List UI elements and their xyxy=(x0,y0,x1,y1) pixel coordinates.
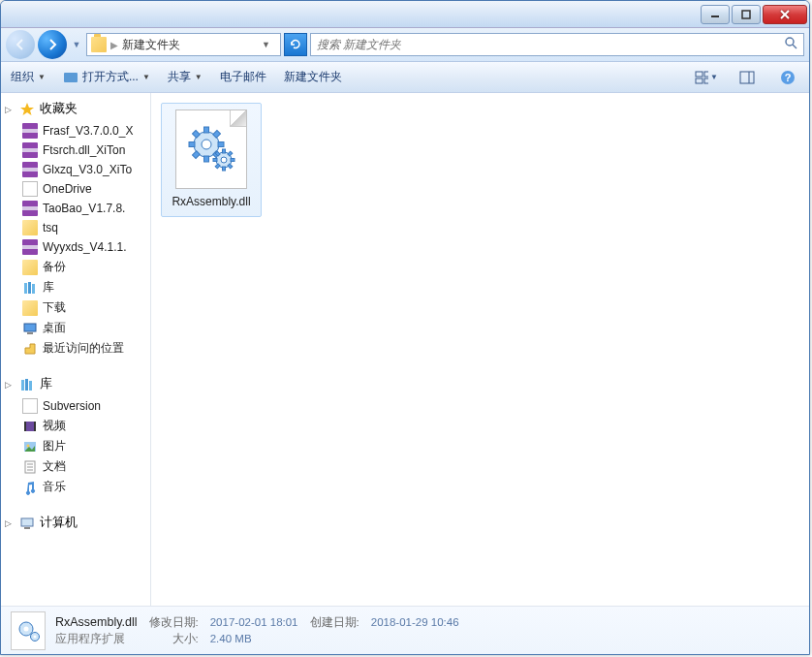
sidebar-item[interactable]: Subversion xyxy=(1,396,150,416)
email-button[interactable]: 电子邮件 xyxy=(220,69,266,85)
sidebar-item[interactable]: 视频 xyxy=(1,416,150,436)
address-bar[interactable]: ▶ 新建文件夹 ▼ xyxy=(86,33,281,56)
svg-rect-16 xyxy=(28,282,31,294)
sidebar-item-label: TaoBao_V1.7.8. xyxy=(43,202,125,215)
sidebar-item-label: Glxzq_V3.0_XiTo xyxy=(43,163,132,176)
svg-rect-15 xyxy=(24,283,27,294)
details-name: RxAssembly.dll xyxy=(55,615,138,629)
svg-point-55 xyxy=(24,626,29,631)
sidebar-item-label: 视频 xyxy=(43,418,66,434)
svg-rect-37 xyxy=(204,156,209,162)
collapse-icon: ▷ xyxy=(5,518,15,528)
help-button[interactable]: ? xyxy=(776,67,799,88)
sidebar-item[interactable]: OneDrive xyxy=(1,179,150,199)
svg-rect-38 xyxy=(189,142,195,147)
open-with-menu[interactable]: 打开方式... ▼ xyxy=(63,69,150,85)
maximize-button[interactable] xyxy=(732,5,761,24)
sidebar-item-label: 最近访问的位置 xyxy=(43,340,124,357)
sidebar-item-label: 桌面 xyxy=(43,320,66,336)
collapse-icon: ▷ xyxy=(5,105,15,114)
sidebar-item[interactable]: tsq xyxy=(1,218,150,237)
close-button[interactable] xyxy=(763,5,807,24)
app-icon xyxy=(63,71,78,84)
sidebar-item-label: Ftsrch.dll_XiTon xyxy=(43,143,125,157)
view-options-button[interactable]: ▼ xyxy=(695,67,718,88)
sidebar-item-label: 图片 xyxy=(43,438,66,454)
sidebar-item-label: 库 xyxy=(43,279,54,296)
sidebar-item[interactable]: 最近访问的位置 xyxy=(1,338,150,359)
svg-point-4 xyxy=(786,38,794,46)
size-value: 2.40 MB xyxy=(210,633,298,644)
svg-rect-10 xyxy=(704,78,708,83)
svg-rect-8 xyxy=(704,72,708,77)
svg-rect-6 xyxy=(64,73,78,82)
svg-point-35 xyxy=(202,140,211,149)
svg-point-45 xyxy=(221,157,227,163)
preview-pane-button[interactable] xyxy=(735,67,759,88)
toolbar: 组织 ▼ 打开方式... ▼ 共享 ▼ 电子邮件 新建文件夹 ▼ ? xyxy=(1,62,809,93)
sidebar-item[interactable]: Ftsrch.dll_XiTon xyxy=(1,141,150,160)
svg-rect-39 xyxy=(218,142,224,147)
svg-rect-25 xyxy=(34,422,36,431)
computer-header[interactable]: ▷ 计算机 xyxy=(1,511,150,535)
chevron-down-icon[interactable]: ▼ xyxy=(256,40,276,49)
svg-rect-47 xyxy=(223,167,226,171)
minimize-button[interactable] xyxy=(701,5,730,24)
sidebar-item-label: 备份 xyxy=(43,259,66,275)
sidebar-item[interactable]: 下载 xyxy=(1,297,150,318)
svg-rect-22 xyxy=(29,381,32,391)
file-name: RxAssembly.dll xyxy=(172,195,250,208)
organize-menu[interactable]: 组织 ▼ xyxy=(11,69,46,85)
sidebar-item[interactable]: 音乐 xyxy=(1,477,150,497)
svg-rect-19 xyxy=(27,332,33,334)
sidebar-item[interactable]: 库 xyxy=(1,277,150,297)
forward-button[interactable] xyxy=(38,30,67,59)
mod-date-label: 修改日期: xyxy=(149,615,199,630)
share-menu[interactable]: 共享 ▼ xyxy=(168,69,203,85)
favorites-header[interactable]: ▷ 收藏夹 xyxy=(1,97,150,121)
svg-line-5 xyxy=(793,45,796,48)
file-item[interactable]: RxAssembly.dll xyxy=(161,103,262,217)
svg-rect-53 xyxy=(228,164,233,169)
back-button[interactable] xyxy=(6,30,35,59)
refresh-button[interactable] xyxy=(284,33,307,56)
svg-rect-36 xyxy=(204,127,209,133)
svg-rect-48 xyxy=(213,159,217,162)
sidebar-item[interactable]: Wyyxds_V4.1.1. xyxy=(1,237,150,257)
sidebar-item[interactable]: 图片 xyxy=(1,436,150,456)
svg-text:?: ? xyxy=(785,72,792,83)
sidebar-item-label: Wyyxds_V4.1.1. xyxy=(43,240,127,254)
sidebar-item[interactable]: 文档 xyxy=(1,456,150,477)
svg-rect-11 xyxy=(740,72,754,83)
dll-icon xyxy=(175,110,247,189)
nav-history-dropdown[interactable]: ▼ xyxy=(70,33,83,56)
details-type: 应用程序扩展 xyxy=(55,632,138,646)
search-icon[interactable] xyxy=(784,36,797,53)
search-box[interactable] xyxy=(310,33,804,56)
create-date-label: 创建日期: xyxy=(310,615,359,630)
breadcrumb[interactable]: 新建文件夹 xyxy=(122,37,180,53)
details-pane: RxAssembly.dll 修改日期: 2017-02-01 18:01 创建… xyxy=(1,606,809,654)
sidebar-item[interactable]: Glxzq_V3.0_XiTo xyxy=(1,160,150,179)
sidebar-item[interactable]: Frasf_V3.7.0.0_X xyxy=(1,121,150,141)
content-pane[interactable]: RxAssembly.dll xyxy=(151,93,809,606)
folder-icon xyxy=(91,37,107,52)
svg-rect-20 xyxy=(21,380,24,391)
sidebar-item-label: tsq xyxy=(43,221,58,235)
size-label: 大小: xyxy=(149,632,199,646)
sidebar-item-label: 文档 xyxy=(43,458,66,475)
search-input[interactable] xyxy=(317,38,784,51)
svg-point-27 xyxy=(27,444,30,447)
mod-date-value: 2017-02-01 18:01 xyxy=(210,616,298,628)
new-folder-button[interactable]: 新建文件夹 xyxy=(284,69,342,85)
libraries-header[interactable]: ▷ 库 xyxy=(1,372,150,396)
sidebar-item[interactable]: TaoBao_V1.7.8. xyxy=(1,199,150,218)
svg-rect-7 xyxy=(696,72,703,77)
library-icon xyxy=(19,377,35,392)
sidebar-item-label: 下载 xyxy=(43,299,66,316)
svg-rect-24 xyxy=(24,422,26,431)
sidebar-item[interactable]: 备份 xyxy=(1,257,150,277)
svg-rect-17 xyxy=(32,284,35,294)
sidebar-item[interactable]: 桌面 xyxy=(1,318,150,338)
computer-icon xyxy=(19,516,35,531)
